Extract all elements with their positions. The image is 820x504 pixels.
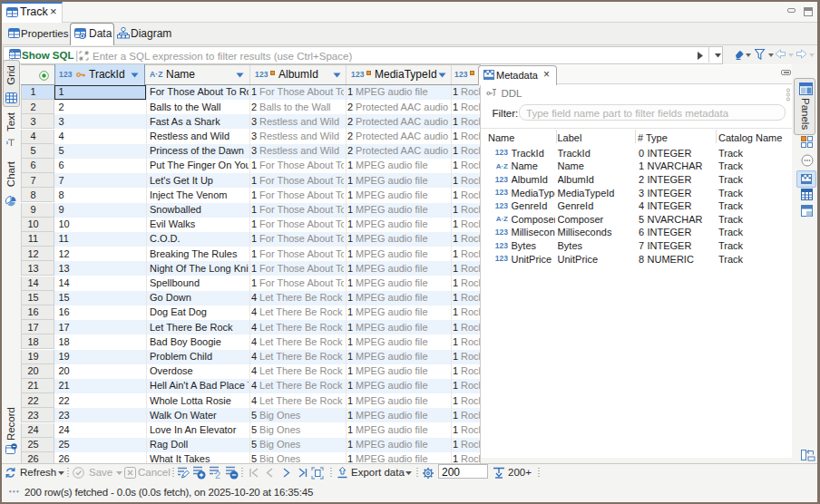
- svg-text:2: 2: [215, 470, 220, 480]
